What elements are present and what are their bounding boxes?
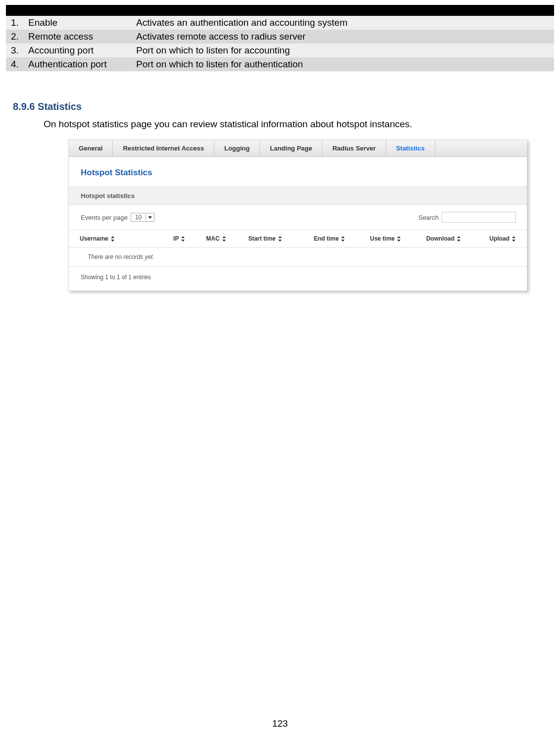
col-upload[interactable]: Upload [489, 235, 516, 242]
tab-spacer [435, 140, 527, 156]
header-num [6, 5, 23, 16]
row-num: 1. [6, 16, 23, 30]
table-row: 3. Accounting port Port on which to list… [6, 44, 554, 57]
row-field: Enable [23, 16, 131, 30]
parameter-table: 1. Enable Activates an authentication an… [6, 5, 554, 71]
header-desc [131, 5, 554, 16]
tab-restricted-internet-access[interactable]: Restricted Internet Access [113, 140, 214, 156]
col-label: Download [426, 235, 455, 242]
no-records-message: There are no records yet. [69, 248, 527, 267]
col-end-time[interactable]: End time [314, 235, 370, 242]
svg-marker-8 [278, 240, 282, 242]
search-input[interactable] [442, 212, 516, 223]
svg-marker-11 [397, 236, 401, 238]
svg-marker-9 [341, 236, 345, 238]
svg-marker-14 [457, 240, 460, 242]
header-field [23, 5, 131, 16]
tab-bar: General Restricted Internet Access Loggi… [69, 140, 527, 157]
table-row: 2. Remote access Activates remote access… [6, 30, 554, 44]
row-desc: Activates remote access to radius server [131, 30, 554, 44]
tab-general[interactable]: General [69, 140, 113, 156]
tab-radius-server[interactable]: Radius Server [322, 140, 386, 156]
row-desc: Activates an authentication and accounti… [131, 16, 554, 30]
sort-icon [278, 236, 282, 242]
parameter-table-header [6, 5, 554, 16]
status-line: Showing 1 to 1 of 1 entries [69, 267, 527, 291]
svg-marker-3 [181, 236, 185, 238]
col-label: Upload [489, 235, 509, 242]
page-number: 123 [0, 718, 560, 729]
row-desc: Port on which to listen for accounting [131, 44, 554, 57]
col-username[interactable]: Username [80, 235, 173, 242]
svg-marker-10 [341, 240, 345, 242]
svg-marker-4 [181, 240, 185, 242]
col-label: MAC [206, 235, 219, 242]
row-field: Authentication port [23, 57, 131, 71]
chevron-down-icon [146, 214, 152, 221]
tab-landing-page[interactable]: Landing Page [260, 140, 322, 156]
svg-marker-5 [222, 236, 226, 238]
col-download[interactable]: Download [426, 235, 490, 242]
sort-icon [457, 236, 461, 242]
svg-marker-12 [397, 240, 401, 242]
col-label: Username [80, 235, 108, 242]
svg-marker-16 [512, 240, 515, 242]
col-use-time[interactable]: Use time [370, 235, 426, 242]
svg-marker-1 [111, 236, 114, 238]
section-heading: 8.9.6 Statistics [13, 101, 554, 112]
row-num: 2. [6, 30, 23, 44]
svg-marker-2 [111, 240, 114, 242]
col-label: Use time [370, 235, 395, 242]
svg-marker-7 [278, 236, 282, 238]
col-label: End time [314, 235, 339, 242]
column-headers: Username IP MAC Start time End time Use … [69, 230, 527, 248]
table-row: 4. Authentication port Port on which to … [6, 57, 554, 71]
subheader: Hotspot statistics [69, 187, 527, 205]
table-row: 1. Enable Activates an authentication an… [6, 16, 554, 30]
panel-title: Hotspot Statistics [69, 157, 527, 187]
svg-marker-0 [148, 216, 152, 219]
events-per-page-select[interactable]: 10 [131, 213, 154, 222]
col-label: Start time [248, 235, 275, 242]
row-num: 4. [6, 57, 23, 71]
row-field: Accounting port [23, 44, 131, 57]
sort-icon [397, 236, 401, 242]
row-num: 3. [6, 44, 23, 57]
tab-logging[interactable]: Logging [214, 140, 260, 156]
sort-icon [511, 236, 516, 242]
col-start-time[interactable]: Start time [248, 235, 313, 242]
svg-marker-13 [457, 236, 460, 238]
events-per-page-value: 10 [135, 214, 142, 221]
section-body: On hotspot statistics page you can revie… [44, 119, 554, 130]
events-per-page-label: Events per page [81, 214, 128, 221]
tab-statistics[interactable]: Statistics [386, 140, 435, 156]
col-mac[interactable]: MAC [206, 235, 248, 242]
sort-icon [341, 236, 345, 242]
svg-marker-6 [222, 240, 226, 242]
col-label: IP [173, 235, 179, 242]
sort-icon [222, 236, 226, 242]
hotspot-statistics-screenshot: General Restricted Internet Access Loggi… [68, 140, 527, 291]
row-desc: Port on which to listen for authenticati… [131, 57, 554, 71]
sort-icon [181, 236, 185, 242]
row-field: Remote access [23, 30, 131, 44]
svg-marker-15 [512, 236, 515, 238]
sort-icon [110, 236, 115, 242]
col-ip[interactable]: IP [173, 235, 206, 242]
search-label: Search [418, 214, 439, 221]
